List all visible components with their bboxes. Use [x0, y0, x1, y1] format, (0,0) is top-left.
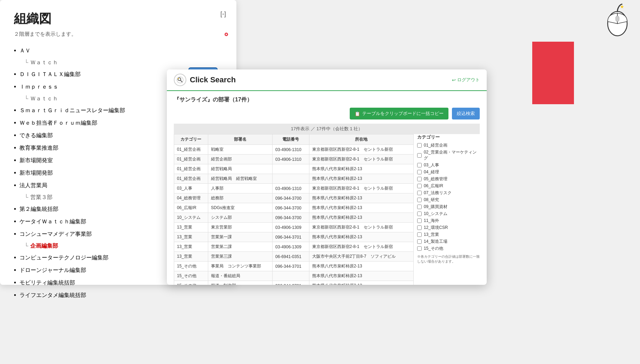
col-header-category: カテゴリー: [174, 134, 208, 145]
category-checkbox[interactable]: [417, 143, 422, 148]
table-row: 13_営業営業第三課06-6941-0351大阪市中央区大手前2丁目8-7 ソフ…: [174, 252, 414, 262]
category-item[interactable]: 13_営業: [417, 232, 480, 238]
category-checkbox[interactable]: [417, 170, 422, 174]
org-title: 組織図: [14, 10, 222, 27]
col-header-dept: 部署名: [208, 134, 272, 145]
category-panel-title: カテゴリー: [417, 134, 480, 140]
category-checkbox[interactable]: [417, 205, 422, 209]
copy-icon: 📋: [355, 111, 360, 116]
search-logo-icon: [174, 74, 186, 86]
dept-button-highlight: 🔗 部署一覧ページへ: [225, 33, 228, 36]
category-checkbox[interactable]: [417, 198, 422, 202]
table-row: 13_営業営業第二課03-4906-1309東京都新宿区西新宿2-8-1 セント…: [174, 242, 414, 252]
table-row: 06_広報IRSDGs推進室096-344-3700熊本県八代市泉町柿原2-13: [174, 203, 414, 213]
category-item[interactable]: 09_購買資材: [417, 204, 480, 210]
table-row: 03_人事人事部03-4906-1310東京都新宿区西新宿2-8-1 セントラル…: [174, 184, 414, 193]
category-item[interactable]: 05_総務管理: [417, 176, 480, 182]
search-logo: Click Search: [174, 74, 236, 86]
category-checkbox[interactable]: [417, 153, 422, 158]
org-subtitle: ２階層までを表示します。: [14, 31, 222, 38]
table-row: 01_経営企画戦略室03-4906-1310東京都新宿区西新宿2-8-1 セント…: [174, 145, 414, 155]
category-checkbox[interactable]: [417, 163, 422, 167]
search-header: Click Search ↩ ログアウト: [167, 69, 487, 91]
table-area[interactable]: カテゴリー 部署名 電話番号 所在地 01_経営企画戦略室03-4906-131…: [174, 134, 414, 285]
category-panel: カテゴリー 01_経営企画02_営業企画・マーケティング03_人事04_経理05…: [417, 134, 480, 285]
search-panel: Click Search ↩ ログアウト 『サンライズ』の部署（17件） 📋 テ…: [167, 69, 487, 285]
table-row: 15_その他事業局 コンテンツ事業部096-344-3701熊本県八代市泉町柿原…: [174, 262, 414, 271]
mouse-icon: ★: [602, 3, 637, 38]
category-checkbox[interactable]: [417, 246, 422, 251]
category-item[interactable]: 02_営業企画・マーケティング: [417, 149, 480, 161]
count-bar: 17件表示 ／ 17件中（会社数 1 社）: [174, 124, 480, 134]
svg-point-8: [178, 78, 179, 79]
list-item: ＡＶ: [14, 44, 222, 57]
category-item[interactable]: 10_システム: [417, 211, 480, 217]
category-item[interactable]: 03_人事: [417, 162, 480, 168]
category-item[interactable]: 01_経営企画: [417, 142, 480, 148]
table-row: 01_経営企画経営戦略局 経営戦略室熊本県八代市泉町柿原2-13: [174, 174, 414, 184]
category-checkbox[interactable]: [417, 177, 422, 181]
category-item[interactable]: 11_海外: [417, 218, 480, 224]
table-row: 01_経営企画経営戦略局熊本県八代市泉町柿原2-13: [174, 164, 414, 174]
table-row: 13_営業営業第一課096-344-3701熊本県八代市泉町柿原2-13: [174, 232, 414, 242]
list-item: Ｗａｔｃｈ: [14, 57, 222, 68]
category-note: ※各カテゴリーの合計値は部署数に一致しない場合があります。: [417, 254, 480, 264]
table-row: 01_経営企画経営企画部03-4906-1310東京都新宿区西新宿2-8-1 セ…: [174, 155, 414, 164]
filter-search-button[interactable]: 絞込検索: [452, 108, 480, 119]
svg-rect-3: [616, 16, 619, 22]
category-checkbox[interactable]: [417, 184, 422, 188]
category-item[interactable]: 04_経理: [417, 169, 480, 175]
category-checkbox[interactable]: [417, 218, 422, 223]
logout-icon: ↩: [452, 77, 456, 83]
table-row: 15_その他報道・番組総局熊本県八代市泉町柿原2-13: [174, 271, 414, 281]
category-checkbox[interactable]: [417, 232, 422, 237]
category-checkbox[interactable]: [417, 239, 422, 244]
results-table: カテゴリー 部署名 電話番号 所在地 01_経営企画戦略室03-4906-131…: [174, 134, 414, 285]
search-content: 『サンライズ』の部署（17件） 📋 テーブルをクリップボードに一括コピー 絞込検…: [167, 91, 487, 285]
svg-text:★: ★: [620, 4, 624, 9]
col-header-address: 所在地: [309, 134, 413, 145]
table-row: 13_営業東京営業部03-4906-1309東京都新宿区西新宿2-8-1 セント…: [174, 223, 414, 232]
category-item[interactable]: 12_環境CSR: [417, 225, 480, 231]
copy-table-button[interactable]: 📋 テーブルをクリップボードに一括コピー: [350, 108, 448, 119]
category-checkbox[interactable]: [417, 212, 422, 216]
category-item[interactable]: 06_広報IR: [417, 183, 480, 189]
list-item: ライフエンタメ編集統括部: [14, 289, 222, 301]
result-title: 『サンライズ』の部署（17件）: [174, 96, 480, 104]
app-name-label: Click Search: [190, 75, 236, 84]
category-list: 01_経営企画02_営業企画・マーケティング03_人事04_経理05_総務管理0…: [417, 142, 480, 251]
red-arrow-indicator: [532, 42, 574, 106]
category-item[interactable]: 08_研究: [417, 197, 480, 203]
action-bar: 📋 テーブルをクリップボードに一括コピー 絞込検索: [174, 108, 480, 119]
category-item[interactable]: 07_法務リスク: [417, 190, 480, 196]
table-row: 04_総務管理総務部096-344-3700熊本県八代市泉町柿原2-13: [174, 193, 414, 203]
category-checkbox[interactable]: [417, 191, 422, 195]
table-row: 15_その他報道・制作部096-344-3701熊本県八代市泉町柿原2-13: [174, 281, 414, 285]
minimize-button[interactable]: [-]: [220, 10, 226, 18]
category-item[interactable]: 15_その他: [417, 246, 480, 251]
category-checkbox[interactable]: [417, 225, 422, 230]
category-item[interactable]: 14_製造工場: [417, 239, 480, 245]
main-area: カテゴリー 部署名 電話番号 所在地 01_経営企画戦略室03-4906-131…: [174, 134, 480, 285]
logout-button[interactable]: ↩ ログアウト: [452, 77, 480, 83]
table-row: 10_システムシステム部096-344-3700熊本県八代市泉町柿原2-13: [174, 213, 414, 223]
dept-button-container: 🔗 部署一覧ページへ: [225, 33, 228, 36]
col-header-phone: 電話番号: [273, 134, 309, 145]
